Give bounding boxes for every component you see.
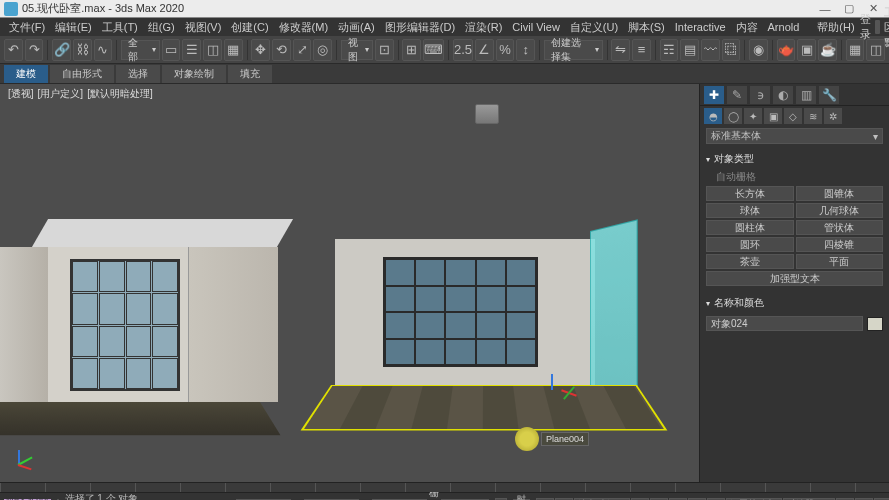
- mirror-button[interactable]: ⇋: [611, 39, 630, 61]
- cp-sub-geometry[interactable]: ◓: [704, 108, 722, 124]
- timeline[interactable]: [0, 482, 889, 492]
- object-color-swatch[interactable]: [867, 317, 883, 331]
- viewport-label[interactable]: [透视][用户定义][默认明暗处理]: [6, 87, 155, 101]
- selection-filter-dropdown[interactable]: 全部: [121, 40, 160, 60]
- prim-plane[interactable]: 平面: [796, 254, 884, 269]
- ribbon-tab-objectpaint[interactable]: 对象绘制: [162, 65, 226, 83]
- link-button[interactable]: 🔗: [52, 39, 71, 61]
- select-name-button[interactable]: ☰: [182, 39, 201, 61]
- undo-button[interactable]: ↶: [4, 39, 23, 61]
- ribbon-tab-freeform[interactable]: 自由形式: [50, 65, 114, 83]
- menu-rendering[interactable]: 渲染(R): [460, 20, 507, 35]
- render-setup-button[interactable]: 🫖: [777, 39, 796, 61]
- open-autodesk-button[interactable]: ▦: [846, 39, 865, 61]
- menu-view[interactable]: 视图(V): [180, 20, 227, 35]
- cp-tab-display[interactable]: ▥: [796, 86, 816, 104]
- rotate-button[interactable]: ⟲: [272, 39, 291, 61]
- status-bar: MAXScript 迷 选择了 1 个 对象 单击并拖动以选择并移动对象 X: …: [0, 492, 889, 500]
- menu-file[interactable]: 文件(F): [4, 20, 50, 35]
- menu-animation[interactable]: 动画(A): [333, 20, 380, 35]
- menu-grapheditors[interactable]: 图形编辑器(D): [380, 20, 460, 35]
- cp-rollout-objtype[interactable]: 对象类型: [706, 150, 883, 168]
- prim-torus[interactable]: 圆环: [706, 237, 794, 252]
- cp-tab-modify[interactable]: ✎: [727, 86, 747, 104]
- ribbon-tab-populate[interactable]: 填充: [228, 65, 272, 83]
- named-selset-dropdown[interactable]: 创建选择集: [544, 40, 603, 60]
- viewport[interactable]: [透视][用户定义][默认明暗处理]: [0, 84, 699, 482]
- use-center-button[interactable]: ⊡: [375, 39, 394, 61]
- menu-edit[interactable]: 编辑(E): [50, 20, 97, 35]
- render-button[interactable]: ☕: [818, 39, 837, 61]
- toggle-ribbon-button[interactable]: ▤: [680, 39, 699, 61]
- cp-sub-cameras[interactable]: ▣: [764, 108, 782, 124]
- arnold-render-button[interactable]: ◫: [866, 39, 885, 61]
- cp-rollout-name[interactable]: 名称和颜色: [706, 294, 883, 312]
- prim-box[interactable]: 长方体: [706, 186, 794, 201]
- cp-tab-create[interactable]: ✚: [704, 86, 724, 104]
- prim-teapot[interactable]: 茶壶: [706, 254, 794, 269]
- cp-category-dropdown[interactable]: 标准基本体▾: [706, 128, 883, 144]
- move-button[interactable]: ✥: [251, 39, 270, 61]
- axis-tripod-icon: [10, 442, 40, 472]
- prim-geosphere[interactable]: 几何球体: [796, 203, 884, 218]
- menu-customize[interactable]: 自定义(U): [565, 20, 623, 35]
- menu-script[interactable]: 脚本(S): [623, 20, 670, 35]
- prim-tube[interactable]: 管状体: [796, 220, 884, 235]
- layer-explorer-button[interactable]: ☶: [660, 39, 679, 61]
- menu-content[interactable]: 内容: [731, 20, 763, 35]
- cp-tab-utilities[interactable]: 🔧: [819, 86, 839, 104]
- object-name-input[interactable]: 对象024: [706, 316, 863, 331]
- minimize-button[interactable]: —: [813, 3, 837, 15]
- material-editor-button[interactable]: ◉: [749, 39, 768, 61]
- scale-button[interactable]: ⤢: [293, 39, 312, 61]
- angle-snap-button[interactable]: ∠: [475, 39, 494, 61]
- align-button[interactable]: ≡: [632, 39, 651, 61]
- prim-pyramid[interactable]: 四棱锥: [796, 237, 884, 252]
- prim-cylinder[interactable]: 圆柱体: [706, 220, 794, 235]
- prim-sphere[interactable]: 球体: [706, 203, 794, 218]
- select-region-button[interactable]: ◫: [203, 39, 222, 61]
- prim-cone[interactable]: 圆锥体: [796, 186, 884, 201]
- signin-link[interactable]: 登录: [860, 12, 871, 42]
- menu-create[interactable]: 创建(C): [226, 20, 273, 35]
- viewcube[interactable]: [475, 104, 505, 130]
- ribbon-tab-selection[interactable]: 选择: [116, 65, 160, 83]
- bind-spacewarp-button[interactable]: ∿: [94, 39, 113, 61]
- snap-toggle-button[interactable]: 2.5: [453, 39, 473, 61]
- menu-help[interactable]: 帮助(H): [812, 20, 859, 35]
- cp-sub-systems[interactable]: ✲: [824, 108, 842, 124]
- menu-interactive[interactable]: Interactive: [670, 21, 731, 33]
- cp-sub-shapes[interactable]: ◯: [724, 108, 742, 124]
- window-crossing-button[interactable]: ▦: [224, 39, 243, 61]
- menu-group[interactable]: 组(G): [143, 20, 180, 35]
- redo-button[interactable]: ↷: [25, 39, 44, 61]
- menu-arnold[interactable]: Arnold: [763, 21, 805, 33]
- percent-snap-button[interactable]: %: [496, 39, 515, 61]
- cp-autogrid-check[interactable]: 自动栅格: [706, 168, 883, 186]
- cp-tab-motion[interactable]: ◐: [773, 86, 793, 104]
- prim-textplus[interactable]: 加强型文本: [706, 271, 883, 286]
- move-gizmo[interactable]: [551, 374, 579, 402]
- maximize-button[interactable]: ▢: [837, 2, 861, 15]
- curve-editor-button[interactable]: 〰: [701, 39, 720, 61]
- render-frame-button[interactable]: ▣: [797, 39, 816, 61]
- spinner-snap-button[interactable]: ↕: [516, 39, 535, 61]
- cp-tab-hierarchy[interactable]: ϶: [750, 86, 770, 104]
- schematic-view-button[interactable]: ⿻: [722, 39, 741, 61]
- manipulate-button[interactable]: ⊞: [402, 39, 421, 61]
- unlink-button[interactable]: ⛓: [73, 39, 92, 61]
- ribbon-tab-modeling[interactable]: 建模: [4, 65, 48, 83]
- cp-sub-helpers[interactable]: ◇: [784, 108, 802, 124]
- ref-coord-dropdown[interactable]: 视图: [341, 40, 373, 60]
- keyboard-shortcut-button[interactable]: ⌨: [423, 39, 444, 61]
- window-title: 05.现代卧室.max - 3ds Max 2020: [22, 1, 813, 16]
- workspace-icon[interactable]: [875, 20, 880, 34]
- menu-modifiers[interactable]: 修改器(M): [274, 20, 334, 35]
- menu-civilview[interactable]: Civil View: [507, 21, 564, 33]
- cp-sub-spacewarps[interactable]: ≋: [804, 108, 822, 124]
- menu-tools[interactable]: 工具(T): [97, 20, 143, 35]
- placement-button[interactable]: ◎: [313, 39, 332, 61]
- cp-sub-lights[interactable]: ✦: [744, 108, 762, 124]
- select-object-button[interactable]: ▭: [162, 39, 181, 61]
- main-toolbar: ↶ ↷ 🔗 ⛓ ∿ 全部 ▭ ☰ ◫ ▦ ✥ ⟲ ⤢ ◎ 视图 ⊡ ⊞ ⌨ 2.…: [0, 36, 889, 64]
